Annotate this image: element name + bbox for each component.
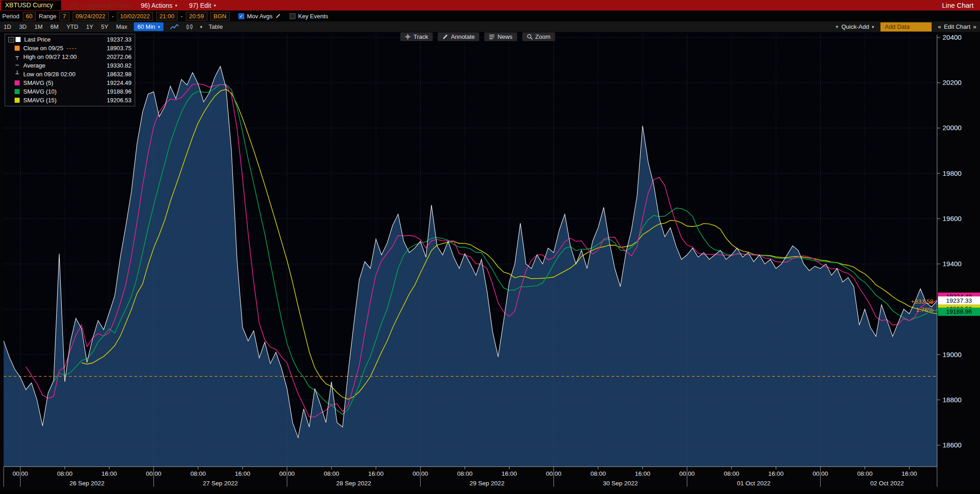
svg-text:+333.58: +333.58 (911, 298, 933, 305)
svg-text:16:00: 16:00 (635, 470, 650, 477)
legend-label: SMAVG (5) (23, 79, 53, 86)
bloomberg-terminal-window: XBTUSD Curncy 95) Suggested Charts 96) A… (0, 0, 980, 494)
news-icon (489, 34, 495, 40)
svg-text:08:00: 08:00 (724, 470, 739, 477)
annotate-icon (443, 34, 448, 40)
quick-add-button[interactable]: + Quick-Add ▾ (835, 23, 874, 30)
svg-text:29 Sep 2022: 29 Sep 2022 (469, 480, 505, 487)
legend-row: Close on 09/25----18903.75 (5, 44, 135, 53)
chart-legend: –Last Price19237.33Close on 09/25----189… (5, 34, 135, 106)
legend-swatch (16, 37, 21, 42)
svg-text:08:00: 08:00 (457, 470, 473, 477)
legend-label: Average (23, 62, 45, 69)
news-button[interactable]: News (485, 32, 517, 41)
pricing-source-dropdown[interactable]: BGN (211, 12, 230, 21)
menu-actions[interactable]: 96) Actions ▾ (141, 2, 177, 9)
menu-edit[interactable]: 97) Edit ▾ (189, 2, 216, 9)
svg-text:18800: 18800 (943, 396, 962, 404)
legend-row: ┴Low on 09/28 02:0018632.98 (5, 70, 135, 79)
svg-text:16:00: 16:00 (368, 470, 384, 477)
legend-marker-icon: ┬ (15, 54, 20, 59)
pencil-icon[interactable] (275, 13, 281, 19)
price-chart[interactable]: 2040020200200001980019600194001920019000… (0, 32, 980, 494)
legend-row: SMAVG (10)19188.96 (5, 87, 135, 96)
titlebar: XBTUSD Curncy 95) Suggested Charts 96) A… (0, 0, 980, 11)
range-button-max[interactable]: Max (116, 23, 127, 30)
range-input[interactable]: 7 (59, 12, 69, 21)
security-field[interactable]: XBTUSD Curncy (1, 0, 61, 10)
mov-avgs-toggle[interactable]: ✓ Mov Avgs (238, 13, 281, 20)
svg-text:08:00: 08:00 (190, 470, 206, 477)
range-button-1d[interactable]: 1D (4, 23, 11, 30)
date-from-input[interactable]: 09/24/2022 (73, 12, 109, 21)
annotate-button[interactable]: Annotate (438, 32, 479, 41)
legend-row: ┬High on 09/27 12:0020272.06 (5, 53, 135, 61)
svg-text:26 Sep 2022: 26 Sep 2022 (69, 480, 105, 487)
svg-text:27 Sep 2022: 27 Sep 2022 (203, 480, 238, 487)
settings-bar: Period 60 Range 7 09/24/2022 - 10/02/202… (0, 11, 980, 21)
mov-avgs-checkbox[interactable]: ✓ (238, 13, 244, 19)
range-button-5y[interactable]: 5Y (101, 23, 108, 30)
menu-suggested-charts[interactable]: 95) Suggested Charts (69, 2, 132, 9)
track-button[interactable]: Track (400, 32, 432, 41)
interval-dropdown[interactable]: 60 Min ▾ (134, 22, 164, 31)
track-icon (405, 34, 411, 40)
candlestick-chart-type-icon[interactable] (185, 24, 194, 30)
svg-text:19237.33: 19237.33 (946, 297, 972, 304)
svg-text:08:00: 08:00 (857, 470, 873, 477)
range-button-1m[interactable]: 1M (34, 23, 42, 30)
legend-label: Last Price (24, 36, 51, 43)
chart-region: 2040020200200001980019600194001920019000… (0, 32, 980, 494)
mov-avgs-label: Mov Avgs (247, 13, 273, 20)
chart-type-title: Line Chart (942, 1, 974, 9)
legend-marker-icon: ┴ (15, 72, 20, 77)
key-events-toggle[interactable]: Key Events (290, 13, 328, 20)
legend-row: SMAVG (15)19206.53 (5, 96, 135, 105)
svg-text:02 Oct 2022: 02 Oct 2022 (870, 480, 904, 487)
key-events-label: Key Events (298, 13, 328, 20)
svg-text:30 Sep 2022: 30 Sep 2022 (603, 480, 638, 487)
time-from-input[interactable]: 21:00 (156, 12, 178, 21)
date-separator: - (112, 13, 114, 20)
legend-collapse-icon[interactable]: – (8, 37, 14, 42)
add-data-input[interactable]: Add Data (880, 22, 932, 32)
range-button-3d[interactable]: 3D (19, 23, 27, 30)
chart-toolbar: 1D3D1M6MYTD1Y5YMax 60 Min ▾ ▾ Table + Qu… (0, 21, 980, 32)
date-to-input[interactable]: 10/02/2022 (117, 12, 153, 21)
zoom-button[interactable]: Zoom (522, 32, 555, 41)
period-input[interactable]: 60 (23, 12, 36, 21)
svg-text:19800: 19800 (943, 169, 962, 177)
chevron-down-icon: ▾ (158, 25, 160, 29)
legend-value: 19237.33 (107, 36, 132, 43)
legend-swatch (15, 98, 20, 103)
plus-icon: + (835, 23, 839, 30)
chart-type-dropdown-icon[interactable]: ▾ (200, 25, 202, 29)
legend-marker-icon: ─ (15, 63, 20, 68)
range-button-6m[interactable]: 6M (50, 23, 58, 30)
svg-text:20000: 20000 (943, 124, 962, 131)
range-button-ytd[interactable]: YTD (66, 23, 78, 30)
legend-value: 19330.82 (107, 62, 132, 69)
svg-text:19188.96: 19188.96 (946, 308, 972, 315)
svg-text:08:00: 08:00 (590, 470, 606, 477)
svg-text:16:00: 16:00 (768, 470, 784, 477)
legend-value: 19224.49 (107, 79, 132, 86)
table-button[interactable]: Table (209, 23, 223, 30)
chevron-down-icon: ▾ (214, 3, 216, 8)
time-to-input[interactable]: 20:59 (186, 12, 207, 21)
edit-chart-button[interactable]: « Edit Chart » (938, 23, 976, 30)
legend-value: 20272.06 (107, 53, 132, 60)
edit-chart-label: Edit Chart (944, 23, 970, 30)
svg-text:08:00: 08:00 (324, 470, 339, 477)
svg-text:08:00: 08:00 (57, 470, 73, 477)
y-axis: 2040020200200001980019600194001920019000… (937, 33, 962, 449)
line-chart-type-icon[interactable] (170, 24, 179, 30)
menu-edit-label: 97) Edit (189, 2, 211, 9)
x-axis: 00:0008:0016:0026 Sep 202200:0008:0016:0… (4, 467, 937, 487)
range-button-1y[interactable]: 1Y (86, 23, 93, 30)
key-events-checkbox[interactable] (290, 13, 295, 19)
svg-text:16:00: 16:00 (101, 470, 117, 477)
chevron-right-icon: » (973, 23, 976, 30)
svg-text:19600: 19600 (943, 215, 962, 222)
time-separator: - (181, 13, 183, 20)
